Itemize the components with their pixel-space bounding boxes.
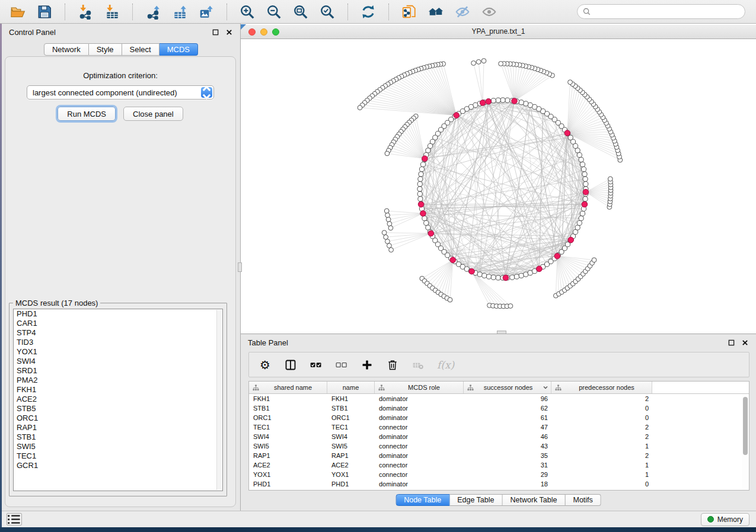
network-node[interactable] xyxy=(384,235,388,239)
open-file-button[interactable] xyxy=(7,3,28,21)
table-scrollbar[interactable] xyxy=(742,395,748,489)
mcds-result-item[interactable]: ACE2 xyxy=(14,395,222,404)
network-node[interactable] xyxy=(581,167,586,172)
network-node[interactable] xyxy=(358,105,362,110)
network-node[interactable] xyxy=(580,211,585,216)
table-tab-network-table[interactable]: Network Table xyxy=(503,494,566,506)
dominator-node[interactable] xyxy=(480,100,486,106)
import-table-button[interactable] xyxy=(101,3,123,21)
network-node[interactable] xyxy=(583,177,588,181)
dominator-node[interactable] xyxy=(582,201,588,207)
table-row[interactable]: ORC1ORC1dominator610 xyxy=(249,413,749,422)
mcds-result-item[interactable]: PHD1 xyxy=(14,309,222,319)
add-row-button[interactable] xyxy=(361,357,374,373)
network-node[interactable] xyxy=(426,148,430,153)
dominator-node[interactable] xyxy=(568,237,574,243)
split-panel-button[interactable] xyxy=(284,357,297,373)
dominator-node[interactable] xyxy=(537,266,543,272)
network-node[interactable] xyxy=(385,213,390,217)
network-node[interactable] xyxy=(482,273,487,278)
dominator-node[interactable] xyxy=(503,275,509,281)
dominator-node[interactable] xyxy=(428,230,434,236)
network-node[interactable] xyxy=(575,148,580,153)
zoom-fit-button[interactable] xyxy=(290,3,311,21)
network-node[interactable] xyxy=(428,143,432,148)
network-node[interactable] xyxy=(496,98,500,102)
network-node[interactable] xyxy=(486,274,491,279)
column-header-successor-nodes[interactable]: successor nodes xyxy=(464,382,551,393)
tab-network[interactable]: Network xyxy=(44,43,89,56)
network-node[interactable] xyxy=(500,98,505,102)
network-node[interactable] xyxy=(419,167,424,172)
network-node[interactable] xyxy=(386,217,391,222)
export-network-button[interactable] xyxy=(142,3,164,21)
show-all-button[interactable] xyxy=(479,3,500,21)
network-node[interactable] xyxy=(477,272,482,277)
first-neighbors-button[interactable] xyxy=(425,3,446,21)
mcds-result-item[interactable]: FKH1 xyxy=(14,385,222,395)
network-node[interactable] xyxy=(608,177,613,181)
save-session-button[interactable] xyxy=(34,3,55,21)
network-node[interactable] xyxy=(448,297,452,302)
dominator-node[interactable] xyxy=(418,201,424,207)
close-table-panel-icon[interactable] xyxy=(741,338,749,347)
mcds-result-item[interactable]: PMA2 xyxy=(14,376,222,385)
column-header-predecessor-nodes[interactable]: predecessor nodes xyxy=(551,382,652,393)
import-network-button[interactable] xyxy=(75,3,96,21)
network-node[interactable] xyxy=(524,101,528,106)
network-node[interactable] xyxy=(388,226,393,230)
close-panel-icon[interactable] xyxy=(225,28,233,36)
deselect-all-checks-button[interactable] xyxy=(335,357,348,373)
close-panel-button[interactable]: Close panel xyxy=(123,107,183,121)
table-tab-motifs[interactable]: Motifs xyxy=(565,494,601,506)
network-node[interactable] xyxy=(481,59,486,63)
search-input[interactable] xyxy=(594,8,739,16)
network-node[interactable] xyxy=(418,197,423,201)
column-settings-button[interactable]: ⚙ xyxy=(259,357,272,373)
run-mcds-button[interactable]: Run MCDS xyxy=(58,107,116,121)
dominator-node[interactable] xyxy=(454,113,460,118)
vertical-splitter-handle[interactable] xyxy=(238,262,242,272)
network-node[interactable] xyxy=(519,273,524,278)
table-tab-node-table[interactable]: Node Table xyxy=(395,494,449,506)
duplicate-network-button[interactable] xyxy=(398,3,420,21)
table-row[interactable]: FKH1FKH1dominator962 xyxy=(249,394,749,403)
dominator-node[interactable] xyxy=(554,253,560,259)
dominator-node[interactable] xyxy=(422,156,428,162)
task-history-button[interactable] xyxy=(7,513,22,525)
table-row[interactable]: SWI5SWI5connector431 xyxy=(249,441,749,451)
table-row[interactable]: TEC1TEC1connector472 xyxy=(249,422,749,432)
zoom-in-button[interactable] xyxy=(237,3,258,21)
mcds-result-item[interactable]: STP4 xyxy=(14,328,222,338)
network-node[interactable] xyxy=(387,222,392,226)
network-node[interactable] xyxy=(505,98,510,102)
network-node[interactable] xyxy=(582,172,587,177)
panel-collapse-arrow-icon[interactable] xyxy=(241,24,246,30)
network-node[interactable] xyxy=(385,239,390,244)
network-node[interactable] xyxy=(382,230,387,235)
table-tab-edge-table[interactable]: Edge Table xyxy=(449,494,502,506)
network-node[interactable] xyxy=(417,187,422,191)
float-table-panel-icon[interactable] xyxy=(727,338,735,347)
dominator-node[interactable] xyxy=(583,189,589,195)
mcds-list-scrollbar[interactable] xyxy=(216,310,222,490)
network-node[interactable] xyxy=(422,216,427,220)
tab-style[interactable]: Style xyxy=(89,43,122,56)
network-node[interactable] xyxy=(568,80,573,85)
float-panel-icon[interactable] xyxy=(211,28,219,36)
mcds-result-item[interactable]: STB1 xyxy=(14,432,222,442)
mcds-result-item[interactable]: STB5 xyxy=(14,404,222,414)
network-node[interactable] xyxy=(583,197,588,201)
network-node[interactable] xyxy=(579,216,583,220)
memory-button[interactable]: Memory xyxy=(701,513,749,526)
table-row[interactable]: YOX1YOX1connector291 xyxy=(249,470,749,479)
network-node[interactable] xyxy=(417,191,422,196)
network-window-titlebar[interactable]: YPA_prune.txt_1 xyxy=(241,25,756,39)
network-node[interactable] xyxy=(424,220,429,225)
network-node[interactable] xyxy=(577,220,582,225)
mcds-result-item[interactable]: SWI5 xyxy=(14,442,222,451)
table-row[interactable]: STB1STB1dominator620 xyxy=(249,403,749,413)
network-node[interactable] xyxy=(592,258,596,262)
export-image-button[interactable] xyxy=(196,3,217,21)
delete-row-button[interactable] xyxy=(386,357,399,373)
